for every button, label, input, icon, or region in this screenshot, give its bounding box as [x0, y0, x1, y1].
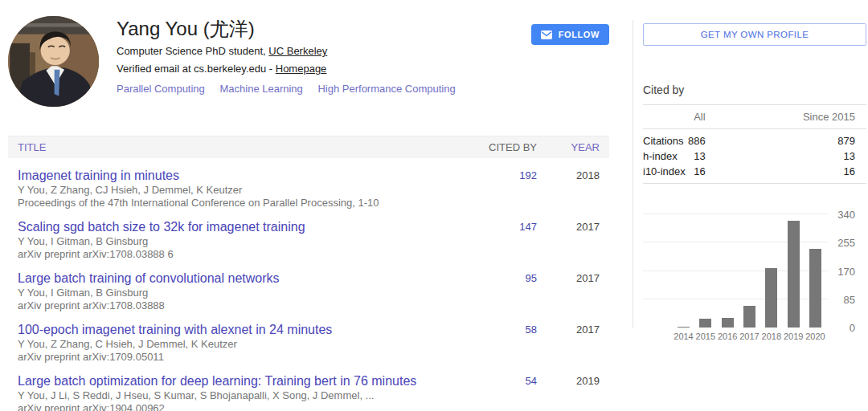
stat-value-since[interactable]: 879 — [802, 129, 866, 149]
publication-authors: Y You, I Gitman, B Ginsburg — [18, 287, 457, 299]
cited-by-count-link[interactable]: 95 — [526, 272, 537, 284]
profile-photo — [8, 16, 99, 107]
stat-value-all[interactable]: 886 — [686, 129, 802, 149]
scholar-profile-page: Yang You (尤洋) Computer Science PhD stude… — [0, 0, 868, 411]
y-axis-tick-label: 170 — [823, 266, 855, 278]
stat-value-all[interactable]: 16 — [686, 164, 802, 184]
sort-by-year-header[interactable]: YEAR — [537, 141, 609, 153]
citations-bar-2015[interactable]: 2015 — [699, 319, 711, 328]
x-axis-tick-label: 2014 — [674, 332, 693, 341]
x-axis-tick-label: 2018 — [762, 332, 781, 341]
publication-title-link[interactable]: Scaling sgd batch size to 32k for imagen… — [18, 219, 305, 235]
publication-title-link[interactable]: 100-epoch imagenet training with alexnet… — [18, 322, 332, 338]
publication-year: 2017 — [537, 271, 609, 287]
publication-year: 2017 — [537, 219, 609, 235]
interests-list: Parallel Computing Machine Learning High… — [117, 83, 468, 95]
profile-header: Yang You (尤洋) Computer Science PhD stude… — [8, 0, 609, 107]
interest-link-machine-learning[interactable]: Machine Learning — [219, 83, 302, 95]
bar-rect — [765, 268, 777, 328]
publication-year: 2018 — [537, 168, 609, 184]
x-axis-tick-label: 2015 — [696, 332, 715, 341]
profile-info: Yang You (尤洋) Computer Science PhD stude… — [117, 16, 468, 107]
citations-bar-2018[interactable]: 2018 — [765, 268, 777, 328]
bar-rect — [699, 319, 711, 328]
publication-year: 2017 — [537, 322, 609, 338]
bar-rect — [678, 327, 690, 328]
stats-col-all[interactable]: All — [686, 105, 802, 129]
stat-label: Citations — [643, 129, 686, 149]
y-axis-tick-label: 0 — [823, 322, 855, 334]
bar-rect — [809, 249, 821, 328]
x-axis-tick-label: 2017 — [739, 332, 759, 341]
publication-title-link[interactable]: Imagenet training in minutes — [18, 168, 179, 184]
sort-by-citations-header[interactable]: CITED BY — [457, 141, 537, 153]
profile-email-line: Verified email at cs.berkeley.edu - Home… — [117, 62, 468, 75]
stats-col-since[interactable]: Since 2015 — [802, 105, 866, 129]
citations-bar-2020[interactable]: 2020 — [809, 249, 821, 328]
stats-row-citations: Citations 886 879 — [643, 129, 866, 149]
publication-authors: Y You, I Gitman, B Ginsburg — [18, 235, 457, 248]
profile-role-line: Computer Science PhD student, UC Berkele… — [117, 44, 468, 58]
citations-bar-2014[interactable]: 2014 — [678, 327, 690, 328]
publication-row: Large batch optimization for deep learni… — [8, 364, 609, 411]
publication-row: Imagenet training in minutes Y You, Z Zh… — [8, 158, 609, 210]
get-my-own-profile-button[interactable]: GET MY OWN PROFILE — [643, 23, 866, 46]
publication-venue: arXiv preprint arXiv:1708.03888 — [18, 299, 457, 312]
bar-rect — [743, 306, 755, 328]
right-sidebar: GET MY OWN PROFILE Cited by All Since 20… — [633, 0, 868, 411]
x-axis-tick-label: 2020 — [805, 332, 825, 341]
publication-row: Scaling sgd batch size to 32k for imagen… — [8, 210, 609, 261]
affiliation-link[interactable]: UC Berkeley — [268, 45, 327, 57]
bar-rect — [788, 221, 800, 328]
publication-row: Large batch training of convolutional ne… — [8, 261, 609, 312]
y-axis-tick-label: 340 — [823, 209, 855, 221]
stat-label: i10-index — [643, 164, 686, 184]
cited-by-count-link[interactable]: 147 — [519, 221, 537, 233]
y-axis-tick-label: 85 — [823, 294, 855, 306]
stats-row-h-index: h-index 13 13 — [643, 149, 866, 164]
stat-value-since[interactable]: 13 — [802, 149, 866, 164]
follow-button[interactable]: FOLLOW — [531, 24, 609, 45]
citations-bar-2017[interactable]: 2017 — [743, 306, 755, 328]
x-axis-tick-label: 2016 — [718, 332, 737, 341]
cited-by-section-title: Cited by — [643, 83, 868, 96]
publication-venue: arXiv preprint arXiv:1904.00962 — [18, 402, 457, 411]
publication-venue: arXiv preprint arXiv:1709.05011 — [18, 351, 457, 364]
stat-label: h-index — [643, 149, 686, 164]
bar-rect — [722, 318, 734, 328]
stats-row-i10-index: i10-index 16 16 — [643, 164, 866, 184]
stat-value-since[interactable]: 16 — [802, 164, 866, 184]
follow-button-label: FOLLOW — [559, 30, 600, 39]
profile-name: Yang You (尤洋) — [117, 18, 468, 40]
role-text: Computer Science PhD student, — [117, 45, 268, 57]
sort-by-title-header[interactable]: TITLE — [8, 141, 457, 153]
publication-title-link[interactable]: Large batch training of convolutional ne… — [18, 271, 280, 287]
interest-link-high-performance-computing[interactable]: High Performance Computing — [317, 83, 455, 95]
publication-venue: Proceedings of the 47th International Co… — [18, 197, 457, 210]
citation-stats-table: All Since 2015 Citations 886 879 h-index… — [643, 104, 866, 184]
chart-bars-area: 2014201520162017201820192020 — [678, 214, 821, 328]
interest-link-parallel-computing[interactable]: Parallel Computing — [117, 83, 205, 95]
stat-value-all[interactable]: 13 — [686, 149, 802, 164]
citation-stats-header-row: All Since 2015 — [643, 105, 866, 129]
x-axis-tick-label: 2019 — [784, 332, 803, 341]
publication-authors: Y You, Z Zhang, C Hsieh, J Demmel, K Keu… — [18, 338, 457, 351]
cited-by-count-link[interactable]: 58 — [526, 324, 537, 336]
publications-table-header: TITLE CITED BY YEAR — [8, 136, 609, 158]
publication-venue: arXiv preprint arXiv:1708.03888 6 — [18, 248, 457, 261]
citations-chart: 0851702553402014201520162017201820192020 — [643, 214, 866, 347]
verified-email-text: Verified email at cs.berkeley.edu - — [117, 63, 276, 75]
cited-by-count-link[interactable]: 192 — [519, 169, 537, 181]
y-axis-tick-label: 255 — [823, 237, 855, 249]
homepage-link[interactable]: Homepage — [276, 63, 327, 75]
publication-title-link[interactable]: Large batch optimization for deep learni… — [18, 373, 416, 389]
publication-authors: Y You, J Li, S Reddi, J Hseu, S Kumar, S… — [18, 389, 457, 402]
citations-bar-2016[interactable]: 2016 — [722, 318, 734, 328]
citations-bar-2019[interactable]: 2019 — [788, 221, 800, 328]
cited-by-count-link[interactable]: 54 — [526, 375, 537, 387]
main-column: Yang You (尤洋) Computer Science PhD stude… — [8, 0, 609, 411]
publication-year: 2019 — [537, 373, 609, 389]
publication-row: 100-epoch imagenet training with alexnet… — [8, 312, 609, 364]
profile-photo-image — [8, 16, 99, 107]
publication-authors: Y You, Z Zhang, CJ Hsieh, J Demmel, K Ke… — [18, 184, 457, 197]
